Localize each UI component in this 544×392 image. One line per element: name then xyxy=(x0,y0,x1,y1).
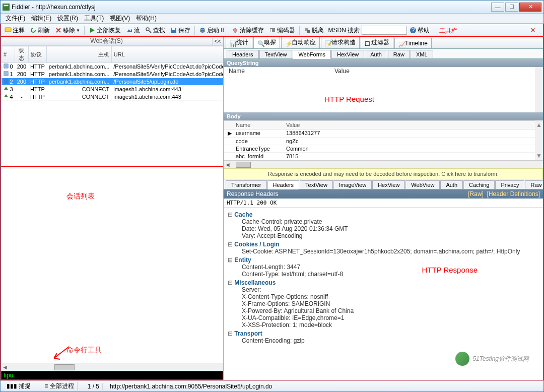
body-vscroll[interactable]: ▲▼ xyxy=(535,120,543,160)
remove-button[interactable]: 移除▼ xyxy=(52,25,83,36)
resptab-headers[interactable]: Headers xyxy=(267,180,300,189)
resptab-raw[interactable]: Raw xyxy=(525,180,543,189)
find-icon xyxy=(145,27,152,34)
qs-vscroll[interactable] xyxy=(535,67,543,112)
minimize-button[interactable]: — xyxy=(491,3,504,12)
body-row[interactable]: codengZc xyxy=(224,138,535,145)
tree-item[interactable]: Server: xyxy=(228,286,539,293)
sessions-header: Web会话(S) << xyxy=(1,37,223,46)
tab-composer[interactable]: 📝请求构造 xyxy=(321,37,360,48)
session-row[interactable]: 0200HTTPperbank1.abchina.com.../Personal… xyxy=(2,63,224,71)
find-button[interactable]: 查找 xyxy=(143,25,168,36)
comment-button[interactable]: 注释 xyxy=(2,25,27,36)
refresh-button[interactable]: 刷新 xyxy=(27,25,52,36)
tree-item[interactable]: X-Powered-By: Agricultural Bank of China xyxy=(228,307,539,314)
tree-group[interactable]: Miscellaneous xyxy=(228,279,539,286)
reqtab-xml[interactable]: XML xyxy=(411,50,433,58)
tree-item[interactable]: Content-Encoding: gzip xyxy=(228,337,539,344)
resptab-textview[interactable]: TextView xyxy=(300,180,333,189)
reqtab-auth[interactable]: Auth xyxy=(365,50,387,58)
tab-autoresponder[interactable]: ⚡自动响应 xyxy=(281,37,320,48)
reqtab-raw[interactable]: Raw xyxy=(388,50,410,58)
window-controls: — ☐ ✕ xyxy=(491,3,541,12)
tree-item[interactable]: Content-Length: 3447 xyxy=(228,264,539,271)
resptab-transformer[interactable]: Transformer xyxy=(226,180,267,189)
inspect-icon: 🔍 xyxy=(257,40,262,45)
tab-filters[interactable]: ☐过滤器 xyxy=(361,37,393,48)
save-icon xyxy=(170,27,177,34)
timeline-icon: 📈 xyxy=(398,41,403,46)
session-row[interactable]: 1200HTTPperbank1.abchina.com.../Personal… xyxy=(2,71,224,78)
save-button[interactable]: 保存 xyxy=(168,25,193,36)
stream-button[interactable]: 流 xyxy=(123,25,143,36)
session-row[interactable]: 2200HTTPperbank1.abchina.com.../Personal… xyxy=(2,78,224,86)
tree-item[interactable]: X-XSS-Protection: 1; mode=block xyxy=(228,321,539,329)
process-filter[interactable]: ≡ 全部进程 xyxy=(41,382,77,390)
tree-item[interactable]: X-Content-Type-Options: nosniff xyxy=(228,293,539,300)
resptab-auth[interactable]: Auth xyxy=(440,180,463,189)
session-list-annotation: 会话列表 xyxy=(66,192,95,201)
tree-item[interactable]: Content-Type: text/html; charset=utf-8 xyxy=(228,271,539,278)
resptab-webview[interactable]: WebView xyxy=(405,180,440,189)
tab-timeline[interactable]: 📈Timeline xyxy=(394,38,432,48)
body-row[interactable]: EntranceTypeCommon xyxy=(224,145,535,153)
resptab-imageview[interactable]: ImageView xyxy=(333,180,372,189)
launch-ie-button[interactable]: 启动 IE xyxy=(196,25,229,36)
tree-item[interactable]: X-Frame-Options: SAMEORIGIN xyxy=(228,300,539,307)
tree-item[interactable]: Date: Wed, 05 Aug 2020 01:36:34 GMT xyxy=(228,225,539,232)
menu-help[interactable]: 帮助(H) xyxy=(133,13,160,24)
resptab-caching[interactable]: Caching xyxy=(463,180,495,189)
reqtab-textview[interactable]: TextView xyxy=(259,50,293,58)
menu-settings[interactable]: 设置(R) xyxy=(54,13,81,24)
body-hscroll[interactable]: ◄ xyxy=(224,160,543,168)
tab-stats[interactable]: 📊统计 xyxy=(226,37,252,48)
reqtab-hexview[interactable]: HexView xyxy=(331,50,364,58)
capture-toggle[interactable]: ▮▮▮ 捕捉 xyxy=(4,382,34,390)
decode-banner[interactable]: Response is encoded and may need to be d… xyxy=(224,168,543,179)
menu-tools[interactable]: 工具(T) xyxy=(81,13,107,24)
window-title: Fiddler - http://hexun.com/ctfysj xyxy=(10,4,491,11)
resptab-privacy[interactable]: Privacy xyxy=(495,180,524,189)
resptab-hexview[interactable]: HexView xyxy=(372,180,405,189)
tree-group[interactable]: Cache xyxy=(228,211,539,218)
clear-cache-button[interactable]: 清除缓存 xyxy=(229,25,266,36)
response-status: HTTP/1.1 200 OK xyxy=(224,199,543,208)
menu-file[interactable]: 文件(F) xyxy=(3,13,28,24)
tree-item[interactable]: X-UA-Compatible: IE=Edge,chrome=1 xyxy=(228,314,539,321)
tree-group[interactable]: Entity xyxy=(228,256,539,264)
tree-item[interactable]: Vary: Accept-Encoding xyxy=(228,232,539,239)
toolbar-close-icon[interactable]: ✕ xyxy=(528,27,538,34)
cmdline-annotation: 命令行工具 xyxy=(66,346,102,355)
tree-group[interactable]: Transport xyxy=(228,330,539,337)
raw-link[interactable]: [Raw] xyxy=(468,190,484,198)
msdn-search-input[interactable] xyxy=(362,26,407,35)
titlebar[interactable]: Fiddler - http://hexun.com/ctfysj — ☐ ✕ xyxy=(1,1,543,14)
reqtab-webforms[interactable]: WebForms xyxy=(293,50,331,59)
session-row[interactable]: 4-HTTPCONNECTimagesh1.abchina.com:443 xyxy=(2,93,224,101)
tree-item[interactable]: Set-Cookie: ASP.NET_SessionId=130eoxajwr… xyxy=(228,248,539,255)
sessions-grid[interactable]: # 状态 协议 主机 URL 0200HTTPperbank1.abchina.… xyxy=(1,46,223,167)
reqtab-headers[interactable]: Headers xyxy=(227,50,259,58)
session-row[interactable]: 3-HTTPCONNECTimagesh1.abchina.com:443 xyxy=(2,86,224,93)
encoder-button[interactable]: 编码器 xyxy=(266,25,298,36)
resume-all-button[interactable]: 全部恢复 xyxy=(86,25,123,36)
tree-item[interactable]: Cache-Control: private,private xyxy=(228,218,539,225)
body-row[interactable]: abc_formId7815 xyxy=(224,153,535,160)
close-button[interactable]: ✕ xyxy=(519,3,541,12)
left-hscroll[interactable]: ◄ xyxy=(1,363,223,371)
collapse-button[interactable]: << xyxy=(212,38,223,45)
body-header: Body xyxy=(224,112,543,120)
defs-link[interactable]: [Header Definitions] xyxy=(487,190,540,198)
tree-group[interactable]: Cookies / Login xyxy=(228,241,539,248)
body-row[interactable]: ▶username13886431277 xyxy=(224,129,535,138)
quickexec-input[interactable]: tipu xyxy=(1,371,223,380)
tab-inspectors[interactable]: 🔍嗅探 xyxy=(253,37,280,48)
help-button[interactable]: ?帮助 xyxy=(407,25,432,36)
toolbar: 注释 刷新 移除▼ 全部恢复 流 查找 保存 启动 IE 清除缓存 编码器 脱离… xyxy=(1,24,543,37)
detach-button[interactable]: 脱离 xyxy=(301,25,326,36)
maximize-button[interactable]: ☐ xyxy=(505,3,518,12)
menu-edit[interactable]: 编辑(E) xyxy=(28,13,54,24)
menu-view[interactable]: 视图(V) xyxy=(107,13,133,24)
detach-icon xyxy=(304,27,311,34)
ie-icon xyxy=(199,27,206,34)
